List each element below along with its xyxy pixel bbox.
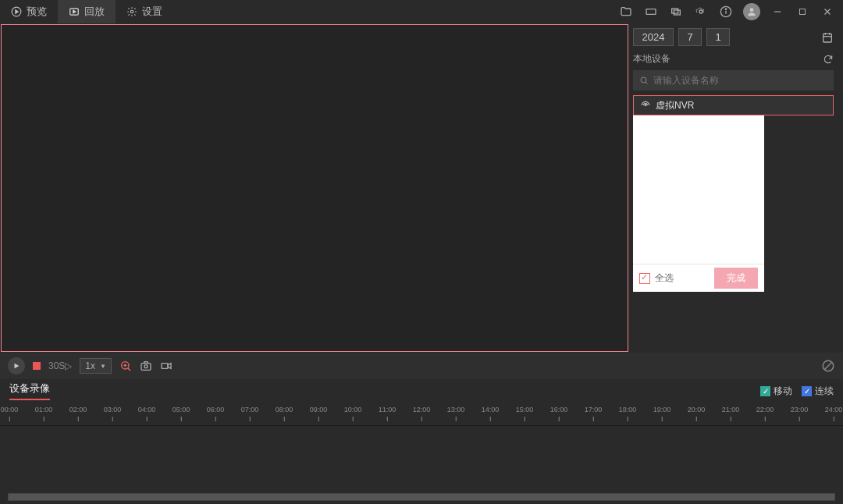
svg-rect-9 [672, 9, 678, 13]
timeline-tick: 19:00 [653, 406, 671, 413]
tab-preview[interactable]: 预览 [0, 0, 58, 23]
legend-motion[interactable]: ✓ 移动 [760, 385, 792, 398]
playback-controls: 30S▷ 1x ▼ [0, 353, 843, 379]
svg-point-14 [725, 9, 726, 9]
timeline-tick: 21:00 [722, 406, 740, 413]
year-select[interactable]: 2024 [633, 28, 674, 46]
folder-icon[interactable] [618, 4, 634, 20]
timeline-tick: 20:00 [688, 406, 706, 413]
legend-continuous[interactable]: ✓ 连续 [802, 385, 834, 398]
timeline-tick: 02:00 [69, 406, 87, 413]
svg-line-25 [646, 82, 648, 84]
zoom-icon[interactable] [119, 360, 132, 372]
refresh-icon[interactable] [823, 54, 834, 65]
info-icon[interactable] [718, 4, 734, 20]
svg-rect-34 [162, 364, 168, 369]
devices-label: 本地设备 [633, 52, 670, 66]
timeline-tick: 09:00 [310, 406, 328, 413]
select-all-label: 全选 [655, 272, 674, 285]
device-search[interactable] [633, 70, 834, 91]
timeline-tick: 23:00 [791, 406, 809, 413]
record-icon[interactable] [160, 360, 173, 372]
main-tabs: 预览 回放 设置 [0, 0, 173, 23]
timeline-body [0, 426, 843, 492]
svg-point-33 [144, 365, 148, 368]
settings-gear-icon[interactable] [693, 4, 709, 20]
svg-point-4 [130, 10, 133, 13]
play-button[interactable] [8, 357, 25, 374]
calendar-icon[interactable] [821, 31, 834, 44]
side-panel: 2024 7 1 本地设备 虚拟NVR [628, 23, 843, 353]
search-input[interactable] [653, 75, 827, 86]
disabled-circle-icon[interactable] [821, 359, 835, 373]
timeline-tick: 00:00 [1, 406, 19, 413]
chevron-down-icon: ▼ [100, 363, 106, 370]
done-button[interactable]: 完成 [714, 268, 758, 289]
tab-settings[interactable]: 设置 [116, 0, 173, 23]
svg-point-15 [750, 8, 754, 12]
devices-header: 本地设备 [633, 52, 834, 66]
timeline-tick: 04:00 [138, 406, 156, 413]
search-icon [639, 76, 649, 85]
timeline-tick: 17:00 [585, 406, 603, 413]
skip-30s-button[interactable]: 30S▷ [48, 360, 72, 371]
timeline-tick: 14:00 [482, 406, 500, 413]
device-item-nvr[interactable]: 虚拟NVR [633, 95, 834, 115]
tab-label: 预览 [27, 5, 47, 19]
timeline-tick: 08:00 [276, 406, 293, 413]
stop-button[interactable] [33, 362, 41, 370]
timeline-tick: 22:00 [756, 406, 774, 413]
snapshot-icon[interactable] [140, 360, 152, 372]
keyboard-icon[interactable] [643, 4, 659, 20]
scrollbar-track[interactable] [8, 493, 835, 501]
checkbox-continuous[interactable]: ✓ [802, 386, 812, 396]
channel-list [633, 115, 764, 264]
svg-point-26 [645, 105, 646, 105]
play-circle-icon [11, 6, 22, 17]
select-all-checkbox[interactable] [639, 273, 650, 284]
timeline-tick: 16:00 [550, 406, 568, 413]
titlebar: 预览 回放 设置 [0, 0, 843, 23]
timeline-tick: 13:00 [447, 406, 465, 413]
checkbox-motion[interactable]: ✓ [760, 386, 770, 396]
scrollbar-thumb[interactable] [9, 494, 834, 500]
nvr-icon [640, 100, 651, 111]
svg-marker-35 [168, 364, 171, 369]
svg-line-37 [825, 363, 832, 370]
svg-point-11 [699, 10, 702, 13]
svg-rect-17 [800, 9, 806, 15]
day-select[interactable]: 1 [706, 28, 730, 46]
timeline-tick: 24:00 [825, 406, 843, 413]
user-avatar[interactable] [743, 3, 760, 20]
main-row: 2024 7 1 本地设备 虚拟NVR [0, 23, 843, 353]
tab-playback[interactable]: 回放 [58, 0, 116, 23]
svg-rect-20 [823, 34, 832, 42]
tab-label: 回放 [84, 5, 105, 19]
timeline-tick: 06:00 [207, 406, 225, 413]
speed-value: 1x [85, 360, 95, 371]
titlebar-actions [618, 3, 843, 20]
svg-marker-1 [16, 10, 18, 14]
svg-line-29 [128, 368, 130, 371]
recording-tab[interactable]: 设备录像 [9, 382, 50, 400]
speed-dropdown[interactable]: 1x ▼ [80, 358, 112, 374]
timeline-tick: 01:00 [35, 406, 53, 413]
maximize-icon[interactable] [795, 4, 810, 20]
svg-rect-5 [646, 9, 656, 15]
playback-icon [69, 6, 80, 17]
svg-point-24 [641, 77, 646, 83]
minimize-icon[interactable] [770, 4, 785, 20]
svg-rect-10 [674, 10, 680, 15]
tab-label: 设置 [142, 5, 162, 19]
channel-panel: 全选 完成 [633, 115, 764, 292]
screens-icon[interactable] [668, 4, 684, 20]
svg-marker-27 [15, 364, 20, 369]
timeline[interactable]: 00:0001:0002:0003:0004:0005:0006:0007:00… [0, 403, 843, 426]
legend: ✓ 移动 ✓ 连续 [760, 385, 834, 398]
gear-icon [126, 6, 137, 17]
video-viewport[interactable] [1, 24, 628, 352]
close-icon[interactable] [820, 4, 835, 20]
timeline-tick: 11:00 [379, 406, 397, 413]
month-select[interactable]: 7 [678, 28, 702, 46]
horizontal-scrollbar [0, 492, 843, 503]
